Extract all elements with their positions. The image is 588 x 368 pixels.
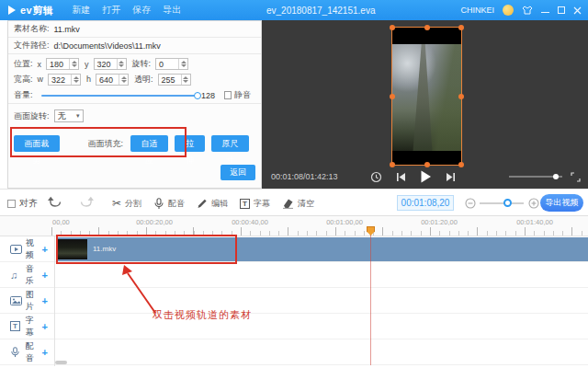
- size-row: 宽高: w 322 h 640 透明: 255: [8, 71, 261, 87]
- split-tool[interactable]: ✂ 分割: [112, 197, 141, 210]
- w-spinner[interactable]: [71, 75, 80, 85]
- clear-tool[interactable]: 清空: [282, 198, 314, 210]
- subtitle-track-icon: T: [10, 321, 23, 331]
- add-image-button[interactable]: +: [42, 295, 48, 306]
- clip-thumbnail: [58, 239, 87, 259]
- preview-volume-slider[interactable]: [509, 176, 562, 178]
- y-input[interactable]: 320: [94, 58, 127, 70]
- dub-label: 配音: [168, 198, 185, 210]
- rotation-value[interactable]: 0: [156, 59, 178, 69]
- redo-icon[interactable]: [79, 196, 94, 209]
- resize-handle-n[interactable]: [424, 25, 430, 30]
- voice-lane[interactable]: [55, 339, 588, 365]
- opacity-input[interactable]: 255: [158, 74, 191, 86]
- zoom-out-icon[interactable]: [465, 198, 476, 209]
- x-input[interactable]: 180: [46, 58, 79, 70]
- resize-handle-e[interactable]: [458, 94, 464, 99]
- rotation-input[interactable]: 0: [155, 58, 188, 70]
- dub-tool[interactable]: 配音: [153, 198, 185, 210]
- volume-slider[interactable]: [41, 95, 198, 97]
- track-label-video: 视频: [26, 237, 42, 261]
- track-row-subtitle: T 字幕 +: [0, 314, 54, 339]
- opacity-value[interactable]: 255: [159, 75, 181, 85]
- file-path-label: 文件路径:: [14, 40, 50, 52]
- w-input[interactable]: 322: [48, 74, 81, 86]
- preview-video-frame[interactable]: [391, 27, 462, 166]
- menu-item-new[interactable]: 新建: [72, 4, 90, 17]
- app-logo: ev剪辑: [0, 4, 53, 17]
- track-row-video: 视频 +: [0, 236, 54, 262]
- timeline-zoom-knob[interactable]: [503, 199, 512, 207]
- maximize-icon[interactable]: [558, 6, 565, 14]
- y-label: y: [85, 60, 89, 69]
- h-value[interactable]: 640: [96, 75, 119, 85]
- timeline-ruler[interactable]: 00,00 00:00:20,00 00:00:40,00 00:01:00,0…: [0, 216, 588, 236]
- ruler-label: 00:01:00,00: [326, 218, 363, 226]
- w-value[interactable]: 322: [49, 75, 71, 85]
- rotation-spinner[interactable]: [178, 59, 187, 69]
- split-label: 分割: [125, 198, 141, 210]
- crop-button[interactable]: 画面裁剪: [14, 135, 60, 152]
- fill-label: 画面填充:: [88, 138, 124, 150]
- subtitle-lane[interactable]: [55, 314, 588, 339]
- clip-name: 11.mkv: [93, 245, 116, 253]
- next-frame-icon[interactable]: [446, 172, 456, 182]
- chevron-down-icon: ▾: [76, 112, 80, 120]
- track-row-image: 图片 +: [0, 288, 54, 314]
- file-path-row: 文件路径: d:\Documents\Videos\11.mkv: [8, 38, 261, 54]
- subtitle-tool[interactable]: T 字幕: [240, 198, 270, 210]
- current-time-display[interactable]: 00:01:08,20: [397, 195, 454, 211]
- prev-frame-icon[interactable]: [396, 172, 406, 182]
- video-preview: 00:01:08/01:42:13: [262, 20, 588, 189]
- opacity-spinner[interactable]: [181, 75, 190, 85]
- fill-stretch-button[interactable]: 拉伸: [175, 135, 205, 152]
- image-track-icon: [10, 296, 23, 305]
- add-music-button[interactable]: +: [42, 270, 48, 281]
- volume-slider-knob[interactable]: [194, 92, 201, 99]
- username[interactable]: CHINKEI: [460, 6, 494, 15]
- add-voice-button[interactable]: +: [42, 347, 48, 358]
- resize-handle-ne[interactable]: [458, 25, 464, 30]
- y-value[interactable]: 320: [95, 59, 117, 69]
- h-spinner[interactable]: [119, 75, 128, 85]
- tutorial-annotation: 双击视频轨道的素材: [153, 308, 252, 322]
- preview-volume-knob[interactable]: [553, 174, 559, 179]
- back-button[interactable]: 返回: [220, 165, 255, 180]
- export-video-button[interactable]: 导出视频: [540, 194, 583, 212]
- menu-item-save[interactable]: 保存: [132, 4, 151, 17]
- y-spinner[interactable]: [117, 59, 126, 69]
- zoom-in-icon[interactable]: [528, 198, 539, 209]
- loop-time-icon[interactable]: [370, 171, 382, 183]
- rotate-dropdown[interactable]: 无 ▾: [54, 109, 84, 122]
- clear-label: 清空: [298, 198, 314, 210]
- rotation-label: 旋转:: [132, 58, 152, 70]
- menu-item-open[interactable]: 打开: [102, 4, 120, 17]
- fill-original-button[interactable]: 原尺寸: [211, 135, 249, 152]
- avatar[interactable]: [503, 5, 514, 16]
- timeline-scrollbar[interactable]: [55, 361, 67, 364]
- close-icon[interactable]: [573, 6, 582, 15]
- x-value[interactable]: 180: [47, 59, 69, 69]
- theme-icon[interactable]: [522, 6, 533, 15]
- resize-handle-nw[interactable]: [390, 25, 395, 30]
- align-toggle[interactable]: 对齐: [7, 197, 38, 210]
- volume-row: 音量: 128 静音: [8, 87, 261, 104]
- edit-tool[interactable]: 编辑: [197, 198, 228, 210]
- timeline-zoom-slider[interactable]: [480, 202, 524, 204]
- fullscreen-icon[interactable]: [571, 172, 581, 182]
- back-row: 返回: [220, 165, 255, 180]
- video-clip[interactable]: 11.mkv: [57, 237, 588, 261]
- h-input[interactable]: 640: [96, 74, 129, 86]
- add-subtitle-button[interactable]: +: [42, 321, 48, 332]
- play-icon[interactable]: [420, 170, 432, 183]
- x-spinner[interactable]: [69, 59, 78, 69]
- menu-item-export[interactable]: 导出: [163, 4, 181, 17]
- resize-handle-w[interactable]: [390, 94, 395, 99]
- mute-checkbox[interactable]: [224, 91, 232, 99]
- align-checkbox[interactable]: [7, 200, 16, 208]
- fill-auto-button[interactable]: 自适应: [130, 135, 168, 152]
- undo-icon[interactable]: [48, 196, 62, 209]
- add-video-button[interactable]: +: [42, 244, 48, 255]
- minimize-icon[interactable]: [541, 12, 549, 13]
- h-label: h: [86, 75, 91, 84]
